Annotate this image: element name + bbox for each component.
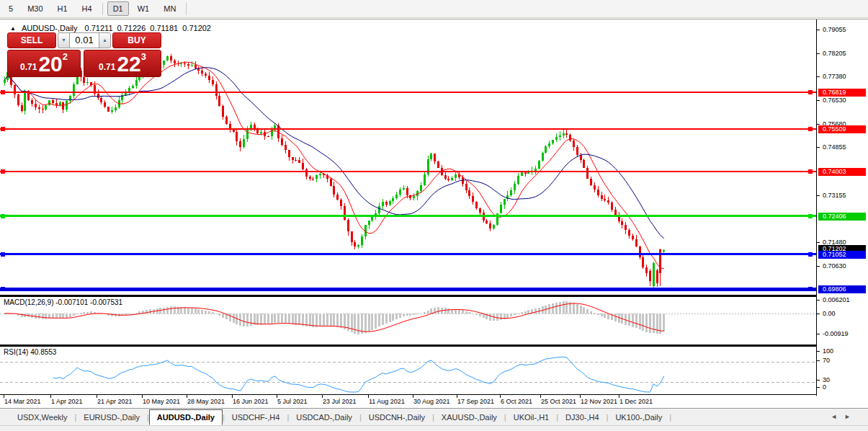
macd-histogram-bar [45, 314, 47, 319]
tab-usdx-weekly[interactable]: USDX,Weekly [10, 410, 74, 425]
line-handle-left[interactable] [1, 287, 5, 291]
macd-histogram-bar [163, 308, 165, 314]
macd-histogram-bar [527, 310, 529, 314]
timeframe-button-h1[interactable]: H1 [52, 1, 73, 16]
macd-histogram-bar [166, 307, 169, 314]
tab-eurusd-daily[interactable]: EURUSD-,Daily [76, 410, 147, 425]
macd-histogram-bar [416, 314, 419, 314]
time-axis[interactable]: 14 Mar 20211 Apr 202121 Apr 202110 May 2… [0, 394, 816, 409]
macd-histogram-bar [316, 314, 318, 327]
candle-body [17, 94, 19, 105]
line-handle-right[interactable] [808, 214, 813, 218]
tab-usdcad-daily[interactable]: USDCAD-,Daily [289, 410, 359, 425]
tab-dj30-h4[interactable]: DJ30-,H4 [558, 410, 606, 425]
line-handle-left[interactable] [1, 169, 5, 174]
horizontal-level-line[interactable] [0, 288, 816, 291]
macd-indicator-label: MACD(12,26,9) -0.007101 -0.007531 [4, 298, 122, 306]
macd-histogram-bar [260, 314, 262, 325]
tab-xauusd-daily[interactable]: XAUUSD-,Daily [434, 410, 504, 425]
candle-body [215, 84, 218, 96]
tab-usdchf-h4[interactable]: USDCHF-,H4 [225, 410, 287, 425]
toolbar-separator [186, 3, 187, 15]
candle-body [538, 161, 540, 169]
volume-increase-button[interactable]: ▲ [99, 32, 111, 48]
line-handle-right[interactable] [808, 287, 813, 291]
macd-histogram-bar [298, 314, 300, 325]
timeframe-button-mn[interactable]: MN [158, 1, 182, 16]
date-label: 21 Apr 2021 [97, 398, 133, 405]
price-axis[interactable]: 0.790550.782050.773800.765300.756800.748… [816, 19, 868, 396]
tab-uk100-daily[interactable]: UK100-,Daily [608, 410, 669, 425]
macd-histogram-bar [336, 314, 339, 327]
tab-ukoil-h1[interactable]: UKOil-,H1 [506, 410, 557, 425]
date-label: 14 Mar 2021 [4, 398, 41, 405]
horizontal-level-line[interactable] [0, 128, 816, 130]
buy-button[interactable]: BUY [112, 32, 161, 48]
macd-histogram-bar [517, 314, 519, 314]
macd-histogram-bar [38, 314, 40, 319]
tab-scroll-left-icon[interactable]: ◄ [831, 413, 844, 420]
collapse-panel-icon[interactable]: ▲ [10, 25, 16, 32]
candle-body [302, 163, 304, 170]
sell-button[interactable]: SELL [7, 32, 56, 48]
macd-histogram-bar [573, 303, 575, 314]
macd-histogram-bar [69, 314, 71, 317]
one-click-trading-panel: SELL ▼ 0.01 ▲ BUY 0.71 20 2 0.71 22 3 [7, 32, 161, 77]
chart-tab-bar: USDX,Weekly|EURUSD-,Daily|AUDUSD-,Daily|… [0, 408, 868, 425]
macd-histogram-bar [90, 311, 92, 314]
candle-body [305, 169, 308, 177]
timeframe-button-d1[interactable]: D1 [107, 1, 129, 16]
candle-body [656, 270, 658, 283]
timeframe-button-h4[interactable]: H4 [76, 1, 98, 16]
candle-body [468, 190, 470, 196]
axis-tick [817, 380, 820, 381]
timeframe-button-5[interactable]: 5 [3, 1, 19, 16]
volume-decrease-button[interactable]: ▼ [58, 32, 70, 48]
candle-body [319, 174, 321, 175]
macd-histogram-bar [368, 314, 370, 332]
tab-audusd-daily[interactable]: AUDUSD-,Daily [149, 409, 223, 425]
horizontal-level-line[interactable] [0, 253, 816, 255]
timeframe-button-w1[interactable]: W1 [132, 1, 156, 16]
buy-price-button[interactable]: 0.71 22 3 [84, 50, 161, 77]
horizontal-level-line[interactable] [0, 92, 816, 93]
candle-body [434, 154, 436, 161]
price-scale-label: 0.70630 [823, 262, 846, 270]
line-handle-right[interactable] [808, 90, 813, 94]
timeframe-button-m30[interactable]: M30 [22, 1, 48, 16]
volume-input[interactable]: 0.01 [69, 32, 99, 48]
line-handle-left[interactable] [1, 214, 5, 218]
macd-histogram-bar [250, 314, 252, 326]
tab-scroll-arrows[interactable]: ◄► [831, 413, 858, 420]
macd-histogram-bar [208, 311, 210, 314]
quote-close: 0.71202 [182, 24, 211, 32]
macd-histogram-bar [649, 314, 651, 333]
line-handle-left[interactable] [1, 127, 5, 131]
horizontal-level-line[interactable] [0, 215, 816, 217]
macd-histogram-bar [625, 314, 627, 325]
date-label: 6 Oct 2021 [501, 398, 532, 405]
rsi-chart[interactable] [0, 347, 816, 394]
macd-histogram-bar [73, 314, 75, 316]
sell-price-button[interactable]: 0.71 20 2 [7, 50, 81, 77]
macd-histogram-bar [184, 307, 186, 314]
axis-tick [817, 195, 820, 196]
tab-usdcnh-daily[interactable]: USDCNH-,Daily [362, 410, 432, 425]
macd-histogram-bar [392, 314, 394, 321]
line-handle-right[interactable] [808, 127, 813, 131]
macd-histogram-bar [76, 314, 79, 314]
macd-histogram-bar [333, 314, 335, 326]
price-scale-label: 0.76530 [823, 97, 846, 104]
candle-body [73, 84, 75, 96]
line-handle-left[interactable] [1, 252, 5, 257]
candle-body [357, 245, 359, 246]
line-handle-right[interactable] [808, 169, 813, 174]
line-handle-left[interactable] [1, 90, 5, 94]
macd-histogram-bar [319, 314, 321, 326]
quote-low: 0.71181 [150, 24, 178, 32]
horizontal-level-line[interactable] [0, 171, 816, 172]
tab-scroll-right-icon[interactable]: ► [844, 413, 858, 420]
line-handle-right[interactable] [808, 252, 813, 257]
candle-body [504, 199, 506, 205]
price-scale-label: 0.73155 [823, 192, 846, 199]
